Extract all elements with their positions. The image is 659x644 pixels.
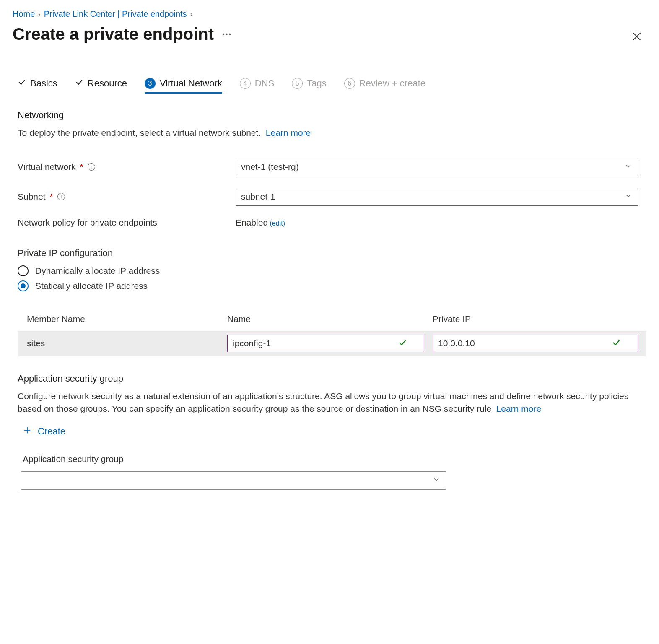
step-badge-5: 5 [292,78,303,89]
chevron-down-icon [432,475,441,486]
step-badge-4: 4 [240,78,251,89]
private-ip-input[interactable]: 10.0.0.10 [433,335,638,352]
tab-dns[interactable]: 4 DNS [240,78,274,94]
breadcrumb-home[interactable]: Home [13,9,35,19]
tab-review-create[interactable]: 6 Review + create [344,78,425,94]
chevron-down-icon [624,162,633,172]
ipconfig-name-input[interactable]: ipconfig-1 [227,335,424,352]
network-policy-value: Enabled [236,218,268,227]
close-button[interactable] [631,31,642,44]
asg-select-wrapper [18,471,449,490]
col-name: Name [227,314,433,324]
virtual-network-value: vnet-1 (test-rg) [241,162,299,172]
tab-virtual-network[interactable]: 3 Virtual Network [145,78,222,94]
asg-learn-more-link[interactable]: Learn more [496,404,541,413]
tab-virtual-network-label: Virtual Network [160,78,222,89]
radio-off-icon [18,265,29,276]
ip-config-row: sites ipconfig-1 10.0.0.10 [18,331,646,356]
check-icon [398,338,407,349]
wizard-tabs: Basics Resource 3 Virtual Network 4 DNS … [13,78,646,94]
tab-tags[interactable]: 5 Tags [292,78,326,94]
virtual-network-label: Virtual network* i [18,162,236,172]
ip-config-table: Member Name Name Private IP sites ipconf… [18,314,646,356]
tab-resource[interactable]: Resource [75,78,127,94]
step-badge-3: 3 [145,78,156,89]
tab-basics[interactable]: Basics [18,78,57,94]
tab-review-create-label: Review + create [359,78,425,89]
tab-resource-label: Resource [88,78,127,89]
chevron-down-icon [624,192,633,202]
networking-desc: To deploy the private endpoint, select a… [18,127,641,140]
more-actions-button[interactable]: ••• [222,31,232,38]
radio-on-icon [18,280,29,291]
radio-static-label: Statically allocate IP address [35,281,148,291]
tab-dns-label: DNS [255,78,274,89]
network-policy-edit-link[interactable]: (edit) [270,220,285,227]
radio-dynamic-ip[interactable]: Dynamically allocate IP address [18,265,641,276]
check-icon [75,78,83,89]
step-badge-6: 6 [344,78,355,89]
create-asg-label: Create [38,426,65,437]
private-ip-value: 10.0.0.10 [438,338,475,348]
create-asg-button[interactable]: Create [18,426,65,437]
member-name-value: sites [18,338,227,348]
subnet-select[interactable]: subnet-1 [236,188,638,206]
breadcrumb: Home › Private Link Center | Private end… [13,9,646,19]
col-private-ip: Private IP [433,314,646,324]
networking-learn-more-link[interactable]: Learn more [266,128,311,138]
info-icon[interactable]: i [88,163,95,171]
check-icon [612,338,621,349]
private-ip-heading: Private IP configuration [18,248,641,259]
chevron-right-icon: › [190,10,192,18]
asg-desc: Configure network security as a natural … [18,390,641,415]
radio-dynamic-label: Dynamically allocate IP address [35,266,160,276]
tab-basics-label: Basics [30,78,57,89]
breadcrumb-plc[interactable]: Private Link Center | Private endpoints [44,9,187,19]
asg-heading: Application security group [18,373,641,384]
page-title: Create a private endpoint [13,25,214,44]
plus-icon [23,426,32,437]
asg-field-label: Application security group [18,454,641,464]
radio-static-ip[interactable]: Statically allocate IP address [18,280,641,291]
info-icon[interactable]: i [57,193,65,200]
asg-select[interactable] [21,471,446,490]
network-policy-label: Network policy for private endpoints [18,218,236,228]
networking-heading: Networking [18,110,641,121]
chevron-right-icon: › [38,10,40,18]
ipconfig-name-value: ipconfig-1 [233,338,271,348]
check-icon [18,78,26,89]
col-member-name: Member Name [18,314,227,324]
subnet-label: Subnet* i [18,192,236,202]
virtual-network-select[interactable]: vnet-1 (test-rg) [236,158,638,176]
tab-tags-label: Tags [307,78,326,89]
subnet-value: subnet-1 [241,192,275,202]
